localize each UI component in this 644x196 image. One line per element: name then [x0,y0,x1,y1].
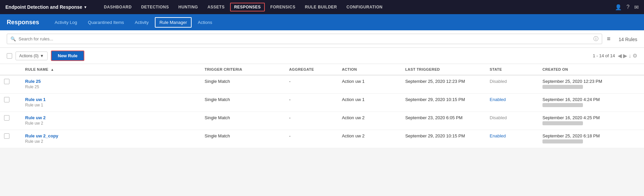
state-cell: Disabled [486,75,538,94]
tab-activity-log[interactable]: Activity Log [50,17,82,28]
nav-links: DASHBOARD DETECTIONS HUNTING ASSETS RESP… [100,3,615,11]
nav-rulebuilder[interactable]: RULE BUILDER [301,3,341,11]
help-icon[interactable]: ? [626,4,629,10]
new-rule-button[interactable]: New Rule [51,51,84,61]
rule-name-main[interactable]: Rule uw 1 [25,97,197,102]
table-row: Rule uw 1 Rule uw 1 Single Match - Actio… [0,94,644,112]
rule-name-sub: Rule uw 1 [25,103,197,107]
aggregate-cell: - [285,130,338,148]
table-row: Rule 25 Rule 25 Single Match - Action uw… [0,75,644,94]
sort-icon: ▲ [51,68,54,71]
dropdown-chevron-icon: ▼ [40,54,44,58]
created-on-cell: September 16, 2020 4:25 PM [538,112,644,130]
top-navigation: Endpoint Detection and Response ▾ DASHBO… [0,0,644,14]
page-title: Responses [7,19,39,26]
state-badge[interactable]: Disabled [490,115,507,120]
search-toolbar: 🔍 ⓘ ≡ 14Rules [0,30,644,48]
aggregate-cell: - [285,94,338,112]
tab-quarantined-items[interactable]: Quarantined Items [83,17,129,28]
last-triggered-cell: September 29, 2020 10:15 PM [401,94,485,112]
action-cell: Action uw 2 [338,130,401,148]
state-badge[interactable]: Disabled [490,79,507,84]
created-on-date: September 16, 2020 4:24 PM [542,97,640,102]
nav-configuration[interactable]: CONFIGURATION [342,3,387,11]
th-checkbox [0,64,21,75]
row-checkbox[interactable] [4,97,9,102]
settings-icon[interactable]: ⚙ [633,53,637,59]
page-next-icon[interactable]: ▶ [623,53,627,59]
row-checkbox-cell [0,94,21,112]
search-input[interactable] [19,36,591,41]
trigger-criteria-cell: Single Match [201,130,285,148]
rules-table-wrapper: RULE NAME ▲ TRIGGER CRITERIA AGGREGATE A… [0,64,644,148]
table-row: Rule uw 2 Rule uw 2 Single Match - Actio… [0,112,644,130]
user-icon[interactable]: 👤 [615,4,622,10]
th-aggregate: AGGREGATE [285,64,338,75]
state-badge[interactable]: Enabled [490,133,506,138]
rule-name-sub: Rule uw 2 [25,121,197,126]
mail-icon[interactable]: ✉ [634,4,639,10]
tab-rule-manager[interactable]: Rule Manager [155,17,192,28]
row-checkbox[interactable] [4,115,9,121]
brand-logo[interactable]: Endpoint Detection and Response ▾ [5,4,86,10]
page-prev-icon[interactable]: ◀ [618,53,622,59]
nav-hunting[interactable]: HUNTING [174,3,202,11]
top-nav-icons: 👤 ? ✉ [615,4,639,10]
download-icon[interactable]: ↓ [628,53,631,59]
created-on-cell: September 25, 2020 6:18 PM [538,130,644,148]
state-cell: Enabled [486,94,538,112]
filter-icon[interactable]: ≡ [607,35,611,42]
nav-detections[interactable]: DETECTIONS [137,3,173,11]
th-state: STATE [486,64,538,75]
tab-actions[interactable]: Actions [193,17,217,28]
brand-chevron[interactable]: ▾ [84,5,86,9]
action-bar: Actions (0) ▼ New Rule 1 - 14 of 14 ◀ ▶ … [0,48,644,64]
created-on-cell: September 16, 2020 4:24 PM [538,94,644,112]
aggregate-cell: - [285,112,338,130]
trigger-criteria-cell: Single Match [201,94,285,112]
created-on-blurred [542,85,583,89]
rules-table-container: RULE NAME ▲ TRIGGER CRITERIA AGGREGATE A… [0,64,644,148]
nav-forensics[interactable]: FORENSICS [266,3,300,11]
th-action: ACTION [338,64,401,75]
search-icon: 🔍 [10,36,16,41]
th-rulename[interactable]: RULE NAME ▲ [21,64,201,75]
created-on-blurred [542,103,583,107]
rule-name-sub: Rule 25 [25,85,197,89]
sub-navigation: Responses Activity Log Quarantined Items… [0,14,644,30]
state-badge[interactable]: Enabled [490,97,506,102]
row-checkbox-cell [0,112,21,130]
state-cell: Disabled [486,112,538,130]
rule-name-main[interactable]: Rule uw 2_copy [25,133,197,138]
th-trigger: TRIGGER CRITERIA [201,64,285,75]
last-triggered-cell: September 29, 2020 10:15 PM [401,130,485,148]
created-on-cell: September 25, 2020 12:23 PM [538,75,644,94]
row-checkbox[interactable] [4,79,9,84]
rule-name-main[interactable]: Rule uw 2 [25,115,197,120]
brand-name: Endpoint Detection and Response [5,4,82,10]
th-lasttriggered: LAST TRIGGERED [401,64,485,75]
rule-name-sub: Rule uw 2 [25,139,197,144]
tab-activity[interactable]: Activity [130,17,153,28]
nav-responses[interactable]: RESPONSES [230,3,265,11]
rules-table: RULE NAME ▲ TRIGGER CRITERIA AGGREGATE A… [0,64,644,148]
action-cell: Action uw 2 [338,112,401,130]
aggregate-cell: - [285,75,338,94]
search-container: 🔍 ⓘ [7,34,602,44]
select-all-checkbox[interactable] [7,53,12,59]
row-checkbox-cell [0,130,21,148]
created-on-date: September 25, 2020 6:18 PM [542,133,640,138]
trigger-criteria-cell: Single Match [201,112,285,130]
nav-dashboard[interactable]: DASHBOARD [100,3,136,11]
state-cell: Enabled [486,130,538,148]
nav-assets[interactable]: ASSETS [203,3,229,11]
actions-dropdown[interactable]: Actions (0) ▼ [16,52,48,60]
pagination-info: 1 - 14 of 14 ◀ ▶ ↓ ⚙ [593,53,637,59]
rule-name-cell: Rule uw 2_copy Rule uw 2 [21,130,201,148]
rule-name-main[interactable]: Rule 25 [25,79,197,84]
created-on-date: September 25, 2020 12:23 PM [542,79,640,84]
row-checkbox[interactable] [4,133,9,139]
search-help-icon[interactable]: ⓘ [593,36,598,42]
created-on-blurred [542,139,583,143]
action-cell: Action uw 1 [338,75,401,94]
